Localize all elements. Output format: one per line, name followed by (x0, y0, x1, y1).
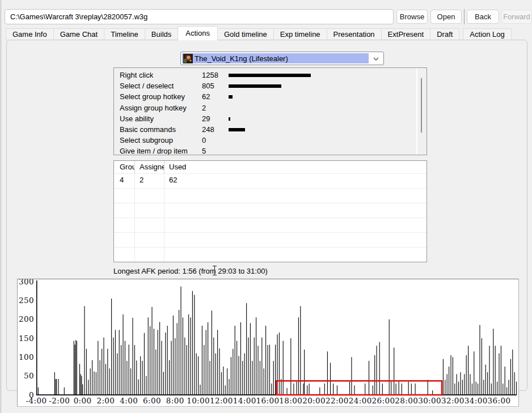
player-select-combobox[interactable]: The_Void_K1ng (Lifestealer) (180, 52, 384, 65)
apm-bar (254, 338, 255, 395)
apm-bar (508, 380, 509, 395)
tab-gold-timeline[interactable]: Gold timeline (217, 28, 274, 40)
apm-bar (206, 330, 206, 395)
x-tick-label: 8:00 (166, 396, 184, 405)
apm-bar (303, 384, 303, 395)
column-header-assigned[interactable]: Assigned (135, 161, 164, 174)
apm-bar (225, 385, 226, 395)
apm-bar (81, 374, 81, 395)
apm-bar (208, 322, 208, 395)
apm-bar (454, 384, 455, 395)
y-tick-label: 300 (19, 279, 34, 286)
x-tick-label: 10:00 (187, 396, 210, 405)
apm-bar (171, 341, 171, 395)
tab-builds[interactable]: Builds (145, 28, 178, 40)
apm-bar (246, 303, 247, 395)
open-button[interactable]: Open (430, 10, 462, 24)
apm-bar (115, 330, 116, 395)
apm-bar (510, 359, 511, 395)
apm-bar (94, 372, 94, 395)
apm-bar (183, 317, 183, 395)
apm-bar (217, 330, 218, 395)
replay-path-input[interactable] (5, 9, 394, 24)
apm-bar (389, 320, 390, 395)
column-header-group[interactable]: Group (114, 161, 135, 174)
tab-game-chat[interactable]: Game Chat (53, 28, 104, 40)
apm-bar (482, 338, 482, 395)
x-tick-label: 6:00 (143, 396, 161, 405)
x-tick-label: 26:00 (372, 396, 395, 405)
apm-bar (231, 357, 231, 395)
apm-bar (55, 379, 56, 395)
apm-bar (175, 338, 175, 395)
apm-bar (273, 361, 274, 395)
stat-value: 0 (202, 136, 206, 144)
apm-bar (113, 338, 113, 395)
x-tick-label: 34:00 (465, 396, 488, 405)
table-cell (135, 218, 164, 233)
x-tick-label: 20:00 (302, 396, 326, 405)
apm-bar (489, 346, 489, 395)
y-tick-label: 250 (19, 296, 34, 305)
stat-label: Basic commands (120, 125, 176, 134)
action-statistics-rows: Right click1258Select / deselect805Selec… (114, 68, 427, 155)
apm-bar (373, 385, 373, 395)
apm-bar (233, 349, 233, 395)
apm-bar (242, 361, 243, 395)
forward-button-disabled[interactable]: Forward (501, 10, 532, 24)
apm-bar (487, 372, 488, 395)
tab-game-info[interactable]: Game Info (6, 28, 54, 40)
table-empty-row (114, 203, 427, 218)
apm-bar (261, 338, 262, 395)
tab-exp-timeline[interactable]: Exp timeline (273, 28, 327, 40)
apm-bar (324, 384, 325, 395)
apm-bar (337, 385, 337, 395)
x-tick-label: 30:00 (418, 396, 441, 405)
apm-bar (286, 388, 287, 395)
scrollbar-thumb[interactable] (421, 78, 422, 133)
apm-bar (54, 372, 55, 395)
apm-bar (443, 359, 444, 395)
apm-bar (516, 382, 517, 395)
apm-bar (450, 355, 451, 395)
x-tick-label: 28:00 (395, 396, 418, 405)
apm-bar (179, 310, 179, 395)
tab-actions[interactable]: Actions (178, 26, 218, 40)
y-axis-line (36, 280, 37, 395)
back-button[interactable]: Back (467, 10, 499, 24)
tab-timeline[interactable]: Timeline (104, 28, 145, 40)
x-tick-label: 2:00 (96, 396, 115, 405)
stat-value: 62 (202, 92, 210, 101)
apm-bar (466, 355, 467, 395)
x-tick-label: 36:00 (488, 396, 511, 405)
apm-bar (505, 367, 505, 395)
apm-bar (82, 384, 83, 395)
apm-bar (319, 388, 320, 395)
apm-bar (188, 314, 189, 395)
tab-action-log[interactable]: Action Log (463, 28, 511, 40)
x-tick-label: 32:00 (441, 396, 465, 405)
table-row[interactable]: 4262 (114, 174, 427, 189)
apm-bar (142, 361, 142, 395)
apm-bar (269, 344, 270, 395)
apm-bar (213, 338, 214, 395)
tab-presentation[interactable]: Presentation (327, 28, 382, 40)
apm-bar (98, 341, 98, 395)
column-header-used[interactable]: Used (164, 161, 427, 174)
apm-bar (105, 364, 106, 395)
action-stat-row-assign-group-hotkey: Assign group hotkey2 (114, 103, 427, 113)
tab-draft[interactable]: Draft (430, 28, 459, 40)
apm-bar (379, 342, 380, 395)
apm-bar (240, 322, 241, 395)
apm-bar (283, 341, 284, 395)
stat-value: 1258 (202, 71, 218, 79)
apm-bar (229, 379, 229, 395)
apm-bar (74, 341, 74, 395)
table-empty-row (114, 189, 427, 203)
apm-bar (235, 326, 235, 395)
apm-bar (126, 361, 127, 395)
stat-value: 2 (202, 104, 206, 112)
tab-extpresent[interactable]: ExtPresent (381, 28, 431, 40)
browse-button[interactable]: Browse (396, 10, 428, 24)
stat-label: Assign group hotkey (120, 104, 187, 112)
